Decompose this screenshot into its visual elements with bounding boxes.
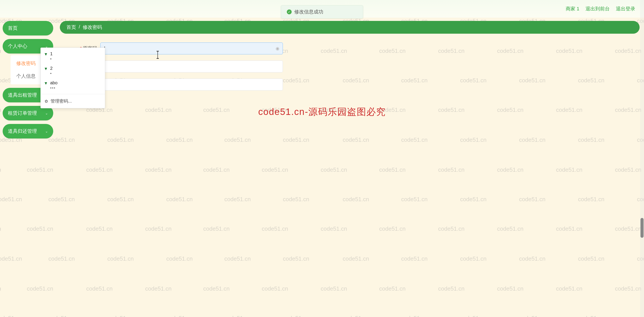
nav-home[interactable]: 首页 — [3, 21, 53, 36]
nav-return-mgmt[interactable]: 道具归还管理 ⌄ — [3, 124, 53, 138]
chevron-down-icon: ⌄ — [45, 129, 48, 133]
manage-passwords-link[interactable]: ✿ 管理密码... — [41, 96, 105, 107]
password-form: *原密码 ◉ *新密码 *确认密码 — [60, 43, 640, 91]
password-suggestions-dropdown: ▾ 1• ▾ 2• ▾ abo••• ✿ 管理密码... — [40, 48, 105, 108]
pw-suggestion-item[interactable]: ▾ 1• — [41, 49, 105, 64]
breadcrumb-current: 修改密码 — [83, 24, 102, 31]
main-content: 首页 / 修改密码 *原密码 ◉ *新密码 *确认密码 — [60, 21, 640, 317]
eye-icon[interactable]: ◉ — [276, 46, 279, 51]
pw-suggestion-item[interactable]: ▾ abo••• — [41, 78, 105, 93]
logout-link[interactable]: 退出登录 — [616, 6, 635, 12]
user-label[interactable]: 商家 1 — [566, 6, 579, 12]
breadcrumb-home[interactable]: 首页 — [66, 24, 76, 31]
breadcrumb: 首页 / 修改密码 — [60, 21, 640, 34]
old-password-input[interactable] — [100, 43, 283, 54]
key-icon: ▾ — [45, 66, 47, 71]
scrollbar-track[interactable] — [640, 0, 644, 317]
success-icon: ✓ — [287, 10, 292, 14]
key-icon: ▾ — [45, 81, 47, 86]
key-icon: ▾ — [45, 52, 47, 57]
watermark-center: code51.cn-源码乐园盗图必究 — [258, 106, 386, 118]
chevron-down-icon: ⌄ — [45, 111, 48, 115]
new-password-input[interactable] — [100, 61, 283, 72]
scrollbar-thumb[interactable] — [640, 218, 644, 238]
breadcrumb-sep: / — [79, 24, 80, 31]
text-cursor-icon — [158, 52, 158, 58]
confirm-password-input[interactable] — [100, 79, 283, 91]
success-toast: ✓ 修改信息成功 — [281, 5, 363, 19]
toast-text: 修改信息成功 — [294, 9, 323, 15]
exit-to-front-link[interactable]: 退出到前台 — [586, 6, 610, 12]
pw-suggestion-item[interactable]: ▾ 2• — [41, 64, 105, 78]
gear-icon: ✿ — [45, 99, 48, 104]
